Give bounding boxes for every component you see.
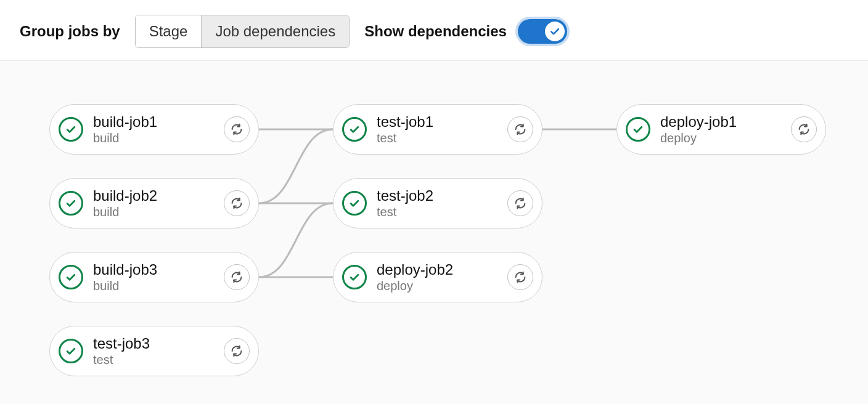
job-text: test-job1test xyxy=(377,113,433,146)
pipeline-toolbar: Group jobs by Stage Job dependencies Sho… xyxy=(0,0,868,61)
job-name: build-job2 xyxy=(93,187,157,205)
job-pill[interactable]: deploy-job1deploy xyxy=(616,104,826,155)
status-passed-icon xyxy=(59,265,83,289)
retry-icon[interactable] xyxy=(507,264,533,290)
status-passed-icon xyxy=(342,265,367,289)
job-stage: deploy xyxy=(660,131,737,145)
retry-icon[interactable] xyxy=(224,190,250,216)
job-stage: test xyxy=(377,204,433,219)
retry-icon[interactable] xyxy=(224,338,250,364)
job-stage: build xyxy=(93,204,157,219)
status-passed-icon xyxy=(59,117,83,142)
job-stage: test xyxy=(93,352,150,367)
job-name: test-job3 xyxy=(93,335,150,353)
job-text: build-job3build xyxy=(93,261,157,294)
job-text: deploy-job2deploy xyxy=(377,261,453,294)
job-name: test-job1 xyxy=(377,113,433,131)
job-pill[interactable]: deploy-job2deploy xyxy=(333,252,542,302)
job-text: build-job1build xyxy=(93,113,157,146)
group-by-segmented: Stage Job dependencies xyxy=(135,15,350,48)
job-name: test-job2 xyxy=(377,187,433,205)
toggle-knob xyxy=(545,22,565,41)
job-text: deploy-job1deploy xyxy=(660,113,737,146)
job-pill[interactable]: test-job1test xyxy=(333,104,542,155)
job-name: deploy-job2 xyxy=(377,261,453,279)
group-by-label: Group jobs by xyxy=(20,23,120,40)
job-pill[interactable]: build-job1build xyxy=(49,104,259,155)
job-text: build-job2build xyxy=(93,187,157,220)
show-dependencies-group: Show dependencies xyxy=(364,19,567,44)
checkmark-icon xyxy=(549,25,561,38)
dependency-link xyxy=(259,129,333,203)
job-stage: deploy xyxy=(377,278,453,293)
retry-icon[interactable] xyxy=(507,190,533,216)
job-stage: build xyxy=(93,278,157,293)
job-pill[interactable]: test-job2test xyxy=(333,178,542,228)
retry-icon[interactable] xyxy=(791,116,817,142)
group-by-dependencies-button[interactable]: Job dependencies xyxy=(201,15,349,47)
job-pill[interactable]: test-job3test xyxy=(49,326,259,376)
status-passed-icon xyxy=(59,191,83,216)
dependency-link xyxy=(259,203,333,277)
group-by-stage-button[interactable]: Stage xyxy=(136,15,202,47)
retry-icon[interactable] xyxy=(224,264,250,290)
job-name: build-job1 xyxy=(93,113,157,131)
job-stage: build xyxy=(93,131,157,145)
status-passed-icon xyxy=(342,191,367,216)
job-name: deploy-job1 xyxy=(660,113,737,131)
job-text: test-job3test xyxy=(93,335,150,368)
retry-icon[interactable] xyxy=(507,116,533,142)
job-text: test-job2test xyxy=(377,187,433,220)
job-name: build-job3 xyxy=(93,261,157,279)
show-dependencies-toggle[interactable] xyxy=(518,19,567,44)
job-stage: test xyxy=(377,131,433,145)
status-passed-icon xyxy=(626,117,650,142)
retry-icon[interactable] xyxy=(224,116,250,142)
pipeline-canvas: build-job1buildbuild-job2buildbuild-job3… xyxy=(0,61,868,404)
job-pill[interactable]: build-job3build xyxy=(49,252,259,302)
show-dependencies-label: Show dependencies xyxy=(364,23,507,40)
job-pill[interactable]: build-job2build xyxy=(49,178,259,228)
status-passed-icon xyxy=(59,339,83,363)
status-passed-icon xyxy=(342,117,367,142)
